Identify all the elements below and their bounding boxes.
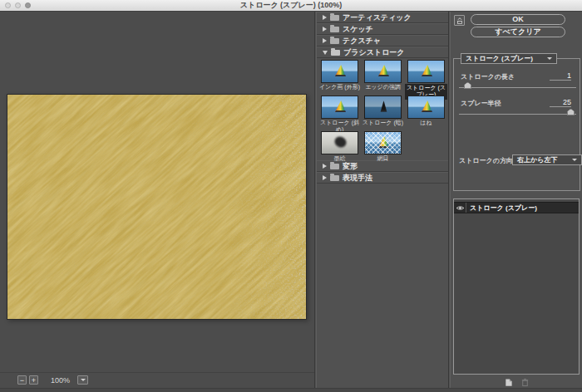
sailboat-icon [422,65,432,76]
filter-thumb-angled-strokes[interactable]: ストローク (斜め) [318,96,361,133]
filter-thumbnail-image [407,96,445,119]
open-folder-icon [331,50,340,56]
effect-layer-row[interactable]: ストローク (スプレー) [454,202,579,213]
filter-thumb-sumie[interactable]: 墨絵 [318,131,361,162]
preview-pane: − + 100% [0,12,315,392]
filter-thumb-ink-outlines[interactable]: インク画 (外形) [318,60,361,91]
filter-select-value: ストローク (スプレー) [466,54,533,63]
window-bottom-edge [0,388,582,392]
filter-thumbnail-image [364,131,402,154]
collapsed-arrow-icon [323,164,327,169]
new-effect-layer-button[interactable] [504,377,514,387]
stroke-length-label: ストロークの長さ [461,72,515,81]
filter-thumb-spatter[interactable]: はね [405,96,447,126]
category-label: アーティスティック [343,12,412,23]
effect-layer-label: ストローク (スプレー) [466,203,537,213]
filter-thumb-crosshatch[interactable]: 網目 [362,131,404,162]
filter-thumb-label: ストローク (暗) [362,120,404,126]
folder-icon [330,15,339,21]
category-label: ブラシストローク [343,47,404,58]
folder-icon [330,164,339,169]
filter-select[interactable]: ストローク (スプレー) [461,53,557,64]
sailboat-icon [378,100,389,112]
category-label: スケッチ [343,24,373,35]
collapse-panel-icon [456,17,464,25]
effect-layers-list: ストローク (スプレー) [453,198,580,375]
filter-thumb-accented-edges[interactable]: エッジの強調 [362,60,404,91]
delete-effect-layer-button[interactable] [520,377,530,387]
collapsed-arrow-icon [323,15,327,20]
slider-track [459,87,576,88]
category-distort[interactable]: 変形 [317,160,448,172]
zoom-level: 100% [51,376,70,385]
slider-track [459,114,576,115]
sailboat-icon [378,136,389,148]
chevron-down-icon [81,379,86,381]
filter-thumbnail-image [321,60,358,83]
folder-icon [330,38,339,44]
clear-all-button[interactable]: すべてクリア [471,27,565,37]
slider-thumb[interactable] [567,109,575,115]
category-sketch[interactable]: スケッチ [317,23,448,35]
gold-texture-image [7,95,306,319]
filter-thumb-label: はね [405,120,447,126]
settings-panel: OK すべてクリア ストローク (スプレー) ストロークの長さ 1 スプレー半径… [450,12,582,392]
slider-thumb[interactable] [464,82,471,89]
category-stylize[interactable]: 表現手法 [317,172,448,184]
category-label: テクスチャ [343,36,381,47]
filter-thumbnail-image [407,60,445,83]
sailboat-icon [378,65,389,76]
trash-icon [520,378,530,387]
sailboat-icon [335,100,346,112]
minimize-button[interactable] [15,2,21,8]
category-texture[interactable]: テクスチャ [317,35,448,47]
filter-thumb-dark-strokes[interactable]: ストローク (暗) [362,96,404,126]
filter-thumbnail-image [364,60,402,83]
stroke-direction-value: 右上から左下 [517,155,557,164]
category-brush-strokes[interactable]: ブラシストローク [317,47,448,58]
stroke-direction-label: ストロークの方向: [459,156,515,165]
hide-thumbnails-toggle[interactable] [454,15,465,26]
collapsed-arrow-icon [323,27,327,32]
filter-gallery-window: ストローク (スプレー) (100%) [0,0,582,392]
stroke-length-slider[interactable] [459,81,576,90]
filter-thumbnail-image [321,131,358,154]
collapsed-arrow-icon [323,38,327,43]
folder-icon [330,27,339,32]
new-layer-icon [504,378,513,387]
zoom-out-button[interactable]: − [17,375,27,385]
category-label: 変形 [343,161,358,172]
sailboat-icon [335,65,346,76]
collapsed-arrow-icon [323,175,327,180]
zoom-window-button[interactable] [25,2,31,8]
filter-thumb-label: インク画 (外形) [318,84,361,91]
stroke-length-value[interactable]: 1 [550,71,571,81]
zoom-level-dropdown[interactable] [77,375,88,385]
filter-preview-image[interactable] [7,94,307,320]
spray-radius-value[interactable]: 25 [550,98,571,107]
ok-button[interactable]: OK [471,14,565,25]
filter-thumb-sprayed-strokes[interactable]: ストローク (スプレー) [405,60,447,100]
visibility-toggle[interactable] [454,203,466,213]
titlebar: ストローク (スプレー) (100%) [0,0,582,12]
spray-radius-label: スプレー半径 [461,99,501,108]
zoom-in-button[interactable]: + [29,375,38,385]
category-label: 表現手法 [343,173,372,184]
chevron-down-icon [572,159,577,161]
folder-icon [330,175,339,181]
ink-smudge-icon [333,135,348,149]
preview-statusbar: − + 100% [0,372,314,387]
category-artistic[interactable]: アーティスティック [317,12,448,23]
window-controls [5,2,31,8]
spray-radius-slider[interactable] [459,108,576,116]
effects-footer [451,377,582,387]
window-title: ストローク (スプレー) (100%) [240,0,342,11]
chevron-down-icon [547,57,552,60]
sailboat-icon [422,100,432,112]
eye-icon [456,205,465,211]
close-button[interactable] [5,2,11,8]
stroke-direction-select[interactable]: 右上から左下 [512,154,582,165]
filter-thumbnail-image [364,96,402,119]
filter-thumbnail-image [321,96,358,119]
filter-parameters-box: ストローク (スプレー) ストロークの長さ 1 スプレー半径 25 ストロークの… [453,58,580,191]
